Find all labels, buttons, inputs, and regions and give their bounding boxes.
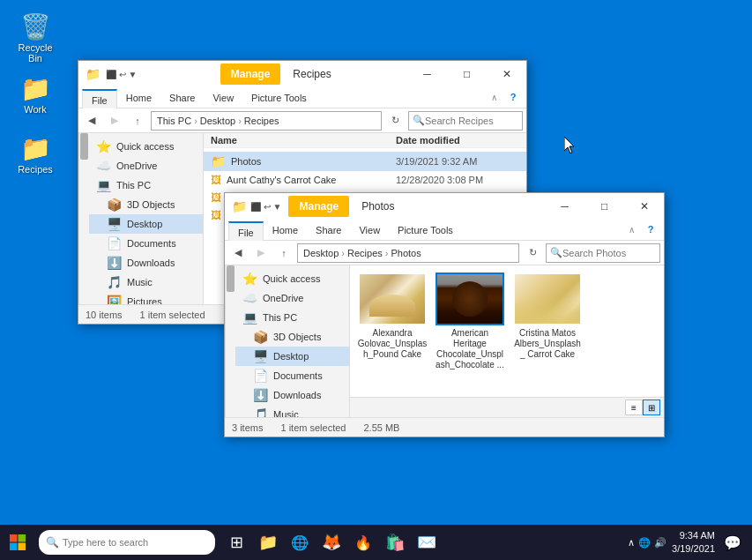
taskbar: 🔍 ⊞ 📁 🌐 🦊 🔥 🛍️ ✉️ ∧ 🌐 🔊 9:34 AM 3/19/202… xyxy=(0,525,752,560)
sidebar-item-3d-recipes[interactable]: 📦 3D Objects xyxy=(89,195,203,214)
vscroll-photos[interactable] xyxy=(225,265,235,417)
taskbar-app-icons: ⊞ 📁 🌐 🦊 🔥 🛍️ ✉️ xyxy=(222,528,441,556)
svg-rect-4 xyxy=(19,543,26,551)
help-btn-recipes[interactable]: ? xyxy=(503,87,523,107)
sidebar-item-documents-photos[interactable]: 📄 Documents xyxy=(235,366,349,385)
work-folder-icon[interactable]: 📁 Work xyxy=(7,71,63,118)
sidebar-item-music-recipes[interactable]: 🎵 Music xyxy=(89,273,203,292)
tile-view-btn[interactable]: ⊞ xyxy=(643,399,660,415)
tab-file-recipes[interactable]: File xyxy=(82,89,117,109)
back-btn-recipes[interactable]: ◀ xyxy=(82,111,101,131)
back-btn-photos[interactable]: ◀ xyxy=(228,243,248,263)
edge-taskbar[interactable]: 🌐 xyxy=(286,528,314,556)
recycle-bin-icon[interactable]: 🗑️ Recycle Bin xyxy=(7,9,63,67)
sidebar-item-music-photos[interactable]: 🎵 Music xyxy=(235,405,349,417)
maximize-btn-recipes[interactable]: □ xyxy=(447,61,487,87)
task-view-btn[interactable]: ⊞ xyxy=(222,528,250,556)
close-btn-photos[interactable]: ✕ xyxy=(624,193,664,220)
item-count-recipes: 10 items xyxy=(86,310,123,320)
selected-count-photos: 1 item selected xyxy=(280,422,346,433)
refresh-btn-recipes[interactable]: ↻ xyxy=(385,111,405,131)
quick-access-toolbar: ⬛ ↩ ▼ xyxy=(106,70,137,79)
sidebar-item-3d-photos[interactable]: 📦 3D Objects xyxy=(235,327,349,347)
sidebar-item-quick-access-photos[interactable]: ⭐ Quick access xyxy=(235,269,349,288)
sidebar-item-downloads-recipes[interactable]: ⬇️ Downloads xyxy=(89,253,203,273)
search-input-recipes[interactable] xyxy=(425,116,513,126)
file-explorer-taskbar[interactable]: 📁 xyxy=(254,528,282,556)
notification-btn[interactable]: 💬 xyxy=(720,530,745,555)
tab-home-recipes[interactable]: Home xyxy=(117,87,160,108)
list-view-btn[interactable]: ≡ xyxy=(625,399,643,415)
photos-title-bar: 📁 ⬛ ↩ ▼ Manage Photos ─ □ ✕ xyxy=(225,193,664,220)
up-btn-recipes[interactable]: ↑ xyxy=(128,111,147,131)
tab-file-photos[interactable]: File xyxy=(228,221,264,242)
sidebar-item-downloads-photos[interactable]: ⬇️ Downloads xyxy=(235,385,349,405)
tab-share-recipes[interactable]: Share xyxy=(160,87,204,108)
up-btn-photos[interactable]: ↑ xyxy=(274,243,294,263)
search-input-photos[interactable] xyxy=(562,248,651,258)
cursor xyxy=(564,137,577,154)
sidebar-item-onedrive-photos[interactable]: ☁️ OneDrive xyxy=(235,288,349,308)
sidebar-item-desktop-photos[interactable]: 🖥️ Desktop xyxy=(235,347,349,366)
taskbar-search-input[interactable] xyxy=(63,537,195,548)
recipes-title-bar: 📁 ⬛ ↩ ▼ Manage Recipes ─ □ ✕ xyxy=(78,61,526,87)
sidebar-item-documents-recipes[interactable]: 📄 Documents xyxy=(89,234,203,253)
manage-btn-photos[interactable]: Manage xyxy=(288,196,349,217)
forward-btn-photos[interactable]: ▶ xyxy=(251,243,271,263)
tab-view-recipes[interactable]: View xyxy=(204,87,242,108)
vscroll-recipes[interactable] xyxy=(78,133,89,304)
tab-home-photos[interactable]: Home xyxy=(264,220,307,240)
network-icon[interactable]: 🌐 xyxy=(638,537,651,549)
maximize-btn-photos[interactable]: □ xyxy=(584,193,624,220)
volume-icon[interactable]: 🔊 xyxy=(654,537,666,549)
breadcrumb-recipes[interactable]: This PC › Desktop › Recipes xyxy=(151,111,382,131)
sidebar-item-this-pc-recipes[interactable]: 💻 This PC xyxy=(89,175,203,195)
manage-btn-recipes[interactable]: Manage xyxy=(220,63,281,85)
app5-taskbar[interactable]: 🔥 xyxy=(349,528,377,556)
photo-thumb-chocolate[interactable]: American Heritage Chocolate_Unspl ash_Ch… xyxy=(435,273,505,370)
tab-picture-tools-photos[interactable]: Picture Tools xyxy=(389,220,462,240)
photos-address-bar: ◀ ▶ ↑ Desktop › Recipes › Photos ↻ 🔍 xyxy=(225,241,664,265)
store-taskbar[interactable]: 🛍️ xyxy=(381,528,409,556)
table-row[interactable]: 📁 Photos 3/19/2021 9:32 AM xyxy=(204,152,526,171)
close-btn-recipes[interactable]: ✕ xyxy=(487,61,526,87)
tab-share-photos[interactable]: Share xyxy=(307,220,350,240)
photos-body: ⭐ Quick access ☁️ OneDrive 💻 This PC 📦 3… xyxy=(225,265,664,417)
collapse-ribbon-photos[interactable]: ∧ xyxy=(622,220,641,239)
mail-taskbar[interactable]: ✉️ xyxy=(413,528,441,556)
sidebar-item-quick-access-recipes[interactable]: ⭐ Quick access xyxy=(89,137,203,156)
search-box-recipes: 🔍 xyxy=(408,111,523,131)
photo-thumb-carrot[interactable]: Cristina Matos Albers_Unsplash_ Carrot C… xyxy=(512,273,583,360)
item-count-photos: 3 items xyxy=(232,422,263,433)
tab-picture-tools-recipes[interactable]: Picture Tools xyxy=(242,87,316,108)
recipes-desktop-icon[interactable]: 📁 Recipes xyxy=(7,131,63,178)
sidebar-item-this-pc-photos[interactable]: 💻 This PC xyxy=(235,308,349,327)
firefox-taskbar[interactable]: 🦊 xyxy=(317,528,346,556)
help-btn-photos[interactable]: ? xyxy=(641,220,660,239)
forward-btn-recipes[interactable]: ▶ xyxy=(105,111,124,131)
breadcrumb-photos[interactable]: Desktop › Recipes › Photos xyxy=(297,243,519,263)
chevron-up-icon[interactable]: ∧ xyxy=(628,537,635,549)
clock-date: 3/19/2021 xyxy=(672,542,715,556)
collapse-ribbon-recipes[interactable]: ∧ xyxy=(484,87,503,107)
minimize-btn-recipes[interactable]: ─ xyxy=(407,61,447,87)
sidebar-item-onedrive-recipes[interactable]: ☁️ OneDrive xyxy=(89,156,203,175)
start-button[interactable] xyxy=(0,525,35,560)
thumb-img-pound xyxy=(358,273,427,325)
selected-count-recipes: 1 item selected xyxy=(140,310,205,320)
search-icon-taskbar: 🔍 xyxy=(46,536,59,549)
folder-icon-photos-title: 📁 xyxy=(232,199,247,213)
tab-view-photos[interactable]: View xyxy=(350,220,389,240)
refresh-btn-photos[interactable]: ↻ xyxy=(523,243,542,263)
recipes-address-bar: ◀ ▶ ↑ This PC › Desktop › Recipes ↻ 🔍 xyxy=(78,108,526,133)
taskbar-search-box[interactable]: 🔍 xyxy=(39,530,215,555)
sidebar-item-pictures-recipes[interactable]: 🖼️ Pictures xyxy=(89,292,203,304)
search-box-photos: 🔍 xyxy=(546,243,660,263)
photo-thumb-pound[interactable]: Alexandra Golovac_Unsplas h_Pound Cake xyxy=(357,273,428,360)
minimize-btn-photos[interactable]: ─ xyxy=(545,193,584,220)
taskbar-clock[interactable]: 9:34 AM 3/19/2021 xyxy=(672,529,715,556)
photos-ribbon-tabs: File Home Share View Picture Tools ∧ ? xyxy=(225,220,664,241)
table-row[interactable]: 🖼 Aunt Cathy's Carrot Cake 12/28/2020 3:… xyxy=(204,171,526,189)
sidebar-item-desktop-recipes[interactable]: 🖥️ Desktop xyxy=(89,214,203,234)
photos-grid: Alexandra Golovac_Unsplas h_Pound Cake A… xyxy=(350,265,664,417)
